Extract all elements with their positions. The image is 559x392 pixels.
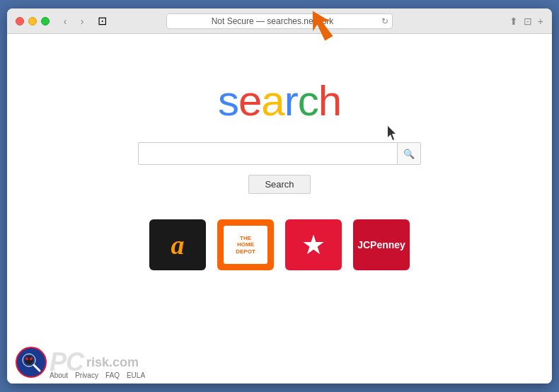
homedepot-text: THEHOMEDEPOT [236, 235, 255, 255]
logo-letter-e: e [238, 77, 261, 125]
svg-point-3 [25, 356, 33, 364]
back-button[interactable]: ‹ [58, 14, 72, 28]
homedepot-inner: THEHOMEDEPOT [224, 226, 267, 264]
search-input[interactable] [138, 142, 397, 165]
browser-window: ‹ › ⊡ ↻ ⬆ ⊡ + [7, 8, 552, 384]
bookmarks-row: a THEHOMEDEPOT ★ JCPenney [149, 219, 410, 270]
pcrisk-icon [16, 347, 47, 378]
address-bar-container: ↻ [166, 13, 393, 29]
title-bar: ‹ › ⊡ ↻ ⬆ ⊡ + [7, 8, 552, 34]
amazon-logo: a [171, 229, 185, 260]
bookmark-macys[interactable]: ★ [285, 219, 342, 270]
site-logo: search [218, 76, 341, 125]
search-icon-button[interactable]: 🔍 [397, 142, 421, 165]
logo-letter-h: h [318, 77, 341, 125]
new-tab-icon[interactable]: ⊡ [524, 16, 532, 27]
add-tab-icon[interactable]: + [538, 16, 543, 27]
search-button[interactable]: Search [248, 175, 310, 194]
share-icon[interactable]: ⬆ [509, 16, 518, 27]
forward-button[interactable]: › [75, 14, 89, 28]
bookmark-amazon[interactable]: a [149, 219, 206, 270]
toolbar-right: ⬆ ⊡ + [509, 16, 543, 27]
svg-point-5 [30, 357, 33, 360]
svg-marker-1 [388, 126, 396, 140]
logo-letter-s: s [218, 77, 238, 125]
footer-about[interactable]: About [50, 371, 68, 379]
svg-point-4 [25, 357, 28, 360]
logo-letter-c: c [298, 77, 318, 125]
nav-buttons: ‹ › [58, 14, 89, 28]
search-box-container: 🔍 [138, 142, 421, 165]
footer-links: About Privacy FAQ EULA [50, 371, 145, 379]
bookmark-jcpenney[interactable]: JCPenney [353, 219, 410, 270]
footer-eula[interactable]: EULA [127, 371, 145, 379]
minimize-button[interactable] [28, 17, 37, 25]
browser-content: search 🔍 Search a THEHOMEDEPOT ★ [7, 34, 552, 384]
logo-letter-r: r [284, 77, 298, 125]
footer-privacy[interactable]: Privacy [75, 371, 98, 379]
logo-letter-a: a [261, 77, 284, 125]
svg-line-6 [34, 365, 40, 371]
maximize-button[interactable] [41, 17, 50, 25]
jcpenney-text: JCPenney [357, 240, 405, 250]
address-bar-wrapper: ↻ [166, 13, 393, 29]
arrow-annotation [301, 8, 340, 47]
bookmark-homedepot[interactable]: THEHOMEDEPOT [217, 219, 274, 270]
footer-faq[interactable]: FAQ [105, 371, 120, 379]
watermark: PC risk.com About Privacy FAQ EULA [7, 327, 552, 384]
traffic-lights [16, 17, 50, 25]
search-icon: 🔍 [403, 149, 415, 159]
reload-button[interactable]: ↻ [381, 16, 388, 26]
tab-icon: ⊡ [95, 14, 109, 28]
address-bar[interactable] [166, 13, 393, 29]
cursor [388, 126, 396, 139]
macys-star-icon: ★ [301, 229, 325, 260]
close-button[interactable] [16, 17, 24, 25]
pcrisk-domain: risk.com [86, 355, 139, 370]
svg-marker-0 [304, 8, 338, 43]
